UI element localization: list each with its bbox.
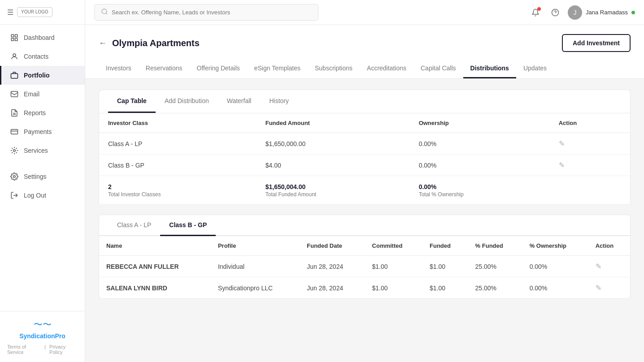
tab-esign-templates[interactable]: eSign Templates xyxy=(247,59,308,78)
sidebar: ☰ YOUR LOGO Dashboard Contacts Portfolio xyxy=(0,0,85,362)
page-title: Olympia Apartments xyxy=(112,38,200,48)
page-title-row: ← Olympia Apartments Add Investment xyxy=(99,34,631,52)
col-action: Action xyxy=(550,113,630,133)
portfolio-icon xyxy=(10,71,18,79)
tab-updates[interactable]: Updates xyxy=(516,59,554,78)
sidebar-nav: Dashboard Contacts Portfolio Email Repor… xyxy=(0,25,85,311)
inv-profile-2: Syndicationpro LLC xyxy=(211,277,300,299)
total-count: 2 Total Investor Classes xyxy=(99,176,257,204)
inv-committed-2: $1.00 xyxy=(365,277,422,299)
sidebar-item-services[interactable]: Services xyxy=(0,141,85,160)
user-name: Jana Ramadass xyxy=(586,9,628,16)
tab-reservations[interactable]: Reservations xyxy=(139,59,190,78)
cap-table: Investor Class Funded Amount Ownership A… xyxy=(99,113,630,204)
inv-pct-funded-1: 25.00% xyxy=(468,256,522,277)
svg-rect-1 xyxy=(15,34,17,37)
svg-rect-5 xyxy=(11,73,18,78)
notifications-icon[interactable] xyxy=(528,5,543,20)
brand-waves-icon: 〜〜 xyxy=(34,319,52,331)
investor-tab-class-b-gp[interactable]: Class B - GP xyxy=(160,215,216,236)
sidebar-item-label-dashboard: Dashboard xyxy=(24,34,55,41)
edit-class-b-icon[interactable]: ✎ xyxy=(559,161,565,169)
dashboard-icon xyxy=(10,34,18,42)
sub-tab-add-distribution[interactable]: Add Distribution xyxy=(156,90,218,113)
table-row: Class B - GP $4.00 0.00% ✎ xyxy=(99,155,630,176)
content: ← Olympia Apartments Add Investment Inve… xyxy=(85,25,644,362)
investor-tabs: Class A - LP Class B - GP xyxy=(99,215,630,236)
sidebar-item-email[interactable]: Email xyxy=(0,85,85,103)
svg-point-14 xyxy=(102,9,107,14)
tab-distributions[interactable]: Distributions xyxy=(463,59,516,78)
inv-col-committed: Committed xyxy=(365,236,422,256)
sidebar-item-label-contacts: Contacts xyxy=(24,53,48,60)
add-investment-button[interactable]: Add Investment xyxy=(562,34,631,52)
cap-ownership-a: 0.00% xyxy=(410,133,550,155)
sidebar-item-contacts[interactable]: Contacts xyxy=(0,47,85,66)
user-info[interactable]: J Jana Ramadass xyxy=(568,5,635,20)
search-input[interactable] xyxy=(112,9,312,16)
brand-logo: 〜〜 SyndicationPro Terms of Service | Pri… xyxy=(7,319,78,355)
privacy-link[interactable]: Privacy Policy xyxy=(49,344,78,355)
services-icon xyxy=(10,147,18,155)
sidebar-item-settings[interactable]: Settings xyxy=(0,167,85,186)
sidebar-footer: 〜〜 SyndicationPro Terms of Service | Pri… xyxy=(0,311,85,362)
inv-profile-1: Individual xyxy=(211,256,300,277)
reports-icon xyxy=(10,109,18,117)
hamburger-icon[interactable]: ☰ xyxy=(7,8,13,17)
svg-point-11 xyxy=(13,150,16,152)
edit-class-a-icon[interactable]: ✎ xyxy=(559,140,565,147)
tab-capital-calls[interactable]: Capital Calls xyxy=(413,59,463,78)
cap-table-totals-row: 2 Total Investor Classes $1,650,004.00 T… xyxy=(99,176,630,204)
total-funded-label: Total Funded Amount xyxy=(265,191,401,198)
inv-col-pct-funded: % Funded xyxy=(468,236,522,256)
investor-tab-class-a-lp[interactable]: Class A - LP xyxy=(108,215,160,236)
tab-investors[interactable]: Investors xyxy=(99,59,139,78)
sub-tab-history[interactable]: History xyxy=(260,90,298,113)
inv-pct-ownership-2: 0.00% xyxy=(522,277,588,299)
svg-point-4 xyxy=(13,54,16,56)
inv-col-pct-ownership: % Ownership xyxy=(522,236,588,256)
sidebar-item-portfolio[interactable]: Portfolio xyxy=(0,66,85,85)
cap-class-b-gp: Class B - GP xyxy=(99,155,257,176)
svg-rect-6 xyxy=(11,91,18,97)
sidebar-item-label-portfolio: Portfolio xyxy=(24,72,50,79)
tab-subscriptions[interactable]: Subscriptions xyxy=(308,59,360,78)
help-icon[interactable] xyxy=(548,5,562,20)
sub-tab-cap-table[interactable]: Cap Table xyxy=(108,90,156,113)
sub-content: Cap Table Add Distribution Waterfall His… xyxy=(85,79,644,310)
svg-point-12 xyxy=(13,176,16,178)
sidebar-item-label-services: Services xyxy=(24,147,48,154)
inv-col-name: Name xyxy=(99,236,211,256)
svg-rect-2 xyxy=(11,39,13,41)
total-funded: $1,650,004.00 Total Funded Amount xyxy=(257,176,410,204)
sidebar-item-label-payments: Payments xyxy=(24,128,52,135)
inv-col-profile: Profile xyxy=(211,236,300,256)
total-ownership-label: Total % Ownership xyxy=(419,191,541,198)
main-tabs: Investors Reservations Offering Details … xyxy=(99,59,631,78)
sidebar-item-logout[interactable]: Log Out xyxy=(0,186,85,205)
sidebar-item-label-email: Email xyxy=(24,90,39,98)
email-icon xyxy=(10,90,18,98)
notification-badge xyxy=(537,7,541,11)
tab-offering-details[interactable]: Offering Details xyxy=(190,59,247,78)
edit-investor-1-icon[interactable]: ✎ xyxy=(596,263,601,270)
search-bar xyxy=(94,4,318,21)
tab-accreditations[interactable]: Accreditations xyxy=(360,59,413,78)
sidebar-item-dashboard[interactable]: Dashboard xyxy=(0,28,85,47)
page-title-left: ← Olympia Apartments xyxy=(99,38,200,48)
inv-funded-1: $1.00 xyxy=(422,256,468,277)
tos-link[interactable]: Terms of Service xyxy=(7,344,41,355)
inv-pct-funded-2: 25.00% xyxy=(468,277,522,299)
svg-line-15 xyxy=(106,13,107,14)
sub-tab-waterfall[interactable]: Waterfall xyxy=(218,90,261,113)
inv-date-2: Jun 28, 2024 xyxy=(300,277,365,299)
col-ownership: Ownership xyxy=(410,113,550,133)
sidebar-item-reports[interactable]: Reports xyxy=(0,103,85,122)
sidebar-item-label-reports: Reports xyxy=(24,109,46,116)
brand-name: SyndicationPro xyxy=(19,332,65,340)
svg-rect-0 xyxy=(11,34,13,37)
back-button[interactable]: ← xyxy=(99,39,107,48)
edit-investor-2-icon[interactable]: ✎ xyxy=(596,284,601,292)
sidebar-item-payments[interactable]: Payments xyxy=(0,122,85,141)
footer-links: Terms of Service | Privacy Policy xyxy=(7,344,78,355)
